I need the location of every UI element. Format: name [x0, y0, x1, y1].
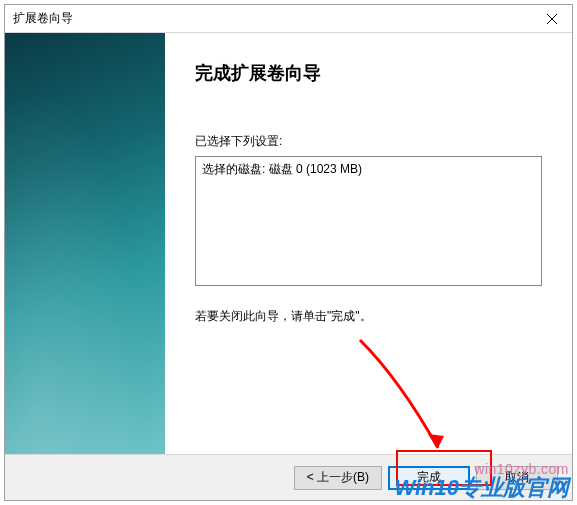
- content-area: 完成扩展卷向导 已选择下列设置: 选择的磁盘: 磁盘 0 (1023 MB) 若…: [5, 33, 572, 454]
- finish-button[interactable]: 完成: [388, 466, 470, 490]
- close-icon: [546, 13, 558, 25]
- settings-line: 选择的磁盘: 磁盘 0 (1023 MB): [202, 161, 535, 178]
- page-heading: 完成扩展卷向导: [195, 61, 542, 85]
- close-button[interactable]: [532, 5, 572, 32]
- wizard-window: 扩展卷向导 完成扩展卷向导 已选择下列设置: 选择的磁盘: 磁盘 0 (1023…: [4, 4, 573, 501]
- settings-label: 已选择下列设置:: [195, 133, 542, 150]
- settings-summary-box: 选择的磁盘: 磁盘 0 (1023 MB): [195, 156, 542, 286]
- cancel-button[interactable]: 取消: [476, 466, 558, 490]
- back-button[interactable]: < 上一步(B): [294, 466, 382, 490]
- window-title: 扩展卷向导: [13, 10, 532, 27]
- wizard-sidebar-image: [5, 33, 165, 454]
- close-hint-text: 若要关闭此向导，请单击"完成"。: [195, 308, 542, 325]
- titlebar: 扩展卷向导: [5, 5, 572, 33]
- button-row: < 上一步(B) 完成 取消: [5, 454, 572, 500]
- main-panel: 完成扩展卷向导 已选择下列设置: 选择的磁盘: 磁盘 0 (1023 MB) 若…: [165, 33, 572, 454]
